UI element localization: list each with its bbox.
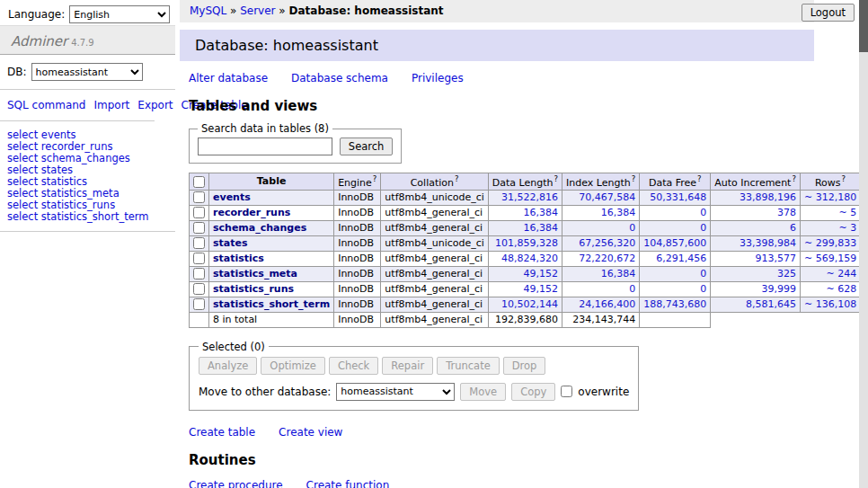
select-link-recorder-runs[interactable]: select [7,140,38,153]
select-link-statistics-runs[interactable]: select [7,199,38,211]
move-button[interactable]: Move [460,383,506,401]
create-view-link[interactable]: Create view [279,426,342,439]
sidebar-table-link-schema-changes[interactable]: schema_changes [41,152,130,164]
data-length-link[interactable]: 49,152 [524,268,559,279]
index-length-link[interactable]: 16,384 [601,207,636,218]
index-length-link[interactable]: 72,220,672 [579,253,635,264]
sidebar-table-link-statistics-runs[interactable]: statistics_runs [41,199,115,211]
auto-increment-link[interactable]: 33,898,196 [740,191,796,203]
rows-link[interactable]: ~ 628 [826,283,856,295]
data-length-link[interactable]: 16,384 [524,222,559,234]
rows-link[interactable]: ~ 569,159 [804,253,856,264]
search-input[interactable] [198,138,332,155]
index-length-link[interactable]: 24,166,400 [579,298,635,310]
sidebar-table-link-statistics-short-term[interactable]: statistics_short_term [41,210,149,223]
auto-increment-link[interactable]: 913,577 [755,253,796,264]
select-link-schema-changes[interactable]: select [7,152,38,164]
data-length-link[interactable]: 49,152 [524,283,559,295]
create-procedure-link[interactable]: Create procedure [189,479,283,488]
scrollbar-thumb[interactable] [859,0,868,52]
table-name-link-states[interactable]: states [213,237,248,249]
select-link-statistics-meta[interactable]: select [7,187,38,200]
repair-button[interactable]: Repair [382,357,433,375]
table-name-link-statistics[interactable]: statistics [213,253,264,264]
sidebar-table-link-states[interactable]: states [41,164,73,176]
sidebar-link-export[interactable]: Export [137,99,173,111]
index-length-link[interactable]: 0 [629,283,635,295]
auto-increment-link[interactable]: 325 [777,268,796,279]
auto-increment-link[interactable]: 6 [790,222,796,234]
scrollbar[interactable] [859,0,868,488]
row-checkbox-statistics-short-term[interactable] [193,298,205,310]
data-free-link[interactable]: 0 [700,222,706,234]
index-length-link[interactable]: 67,256,320 [579,237,635,249]
auto-increment-link[interactable]: 378 [777,207,796,218]
rows-link[interactable]: ~ 244 [826,268,856,279]
index-length-link[interactable]: 16,384 [601,268,636,279]
rows-link[interactable]: ~ 312,180 [804,191,856,203]
create-table-link[interactable]: Create table [189,426,255,439]
drop-button[interactable]: Drop [503,357,546,375]
table-name-link-statistics-runs[interactable]: statistics_runs [213,283,294,295]
breadcrumb-link-server[interactable]: Server [240,4,275,17]
sidebar-table-link-statistics[interactable]: statistics [41,175,87,188]
privileges-link[interactable]: Privileges [412,72,464,84]
data-length-link[interactable]: 16,384 [524,207,559,218]
rows-link[interactable]: ~ 299,833 [804,237,856,249]
select-link-events[interactable]: select [7,129,38,141]
rows-link[interactable]: ~ 3 [838,222,856,234]
search-button[interactable]: Search [340,138,394,155]
alter-database-link[interactable]: Alter database [189,72,268,84]
data-free-link[interactable]: 50,331,648 [650,191,706,203]
analyze-button[interactable]: Analyze [199,357,257,375]
sidebar-table-link-events[interactable]: events [41,129,76,141]
table-name-link-statistics-short-term[interactable]: statistics_short_term [213,298,330,310]
select-all-checkbox[interactable] [193,176,205,188]
language-select[interactable]: English [69,5,170,23]
index-length-link[interactable]: 70,467,584 [579,191,635,203]
row-checkbox-statistics[interactable] [193,253,205,264]
data-free-link[interactable]: 188,743,680 [643,298,706,310]
copy-button[interactable]: Copy [511,383,555,401]
row-checkbox-states[interactable] [193,237,205,249]
index-length-link[interactable]: 0 [629,222,635,234]
sidebar-link-import[interactable]: Import [93,99,129,111]
data-free-link[interactable]: 6,291,456 [656,253,706,264]
table-name-link-events[interactable]: events [213,191,251,203]
rows-link[interactable]: ~ 5 [838,207,856,218]
table-name-link-statistics-meta[interactable]: statistics_meta [213,268,297,279]
auto-increment-link[interactable]: 39,999 [761,283,796,295]
database-schema-link[interactable]: Database schema [291,72,388,84]
row-checkbox-statistics-meta[interactable] [193,268,205,279]
row-checkbox-statistics-runs[interactable] [193,283,205,295]
data-free-link[interactable]: 0 [700,207,706,218]
data-length-link[interactable]: 101,859,328 [495,237,558,249]
auto-increment-link[interactable]: 8,581,645 [746,298,796,310]
data-length-link[interactable]: 10,502,144 [501,298,558,310]
truncate-button[interactable]: Truncate [437,357,500,375]
data-free-link[interactable]: 0 [700,283,706,295]
sidebar-link-sql-command[interactable]: SQL command [7,99,85,111]
create-function-link[interactable]: Create function [306,479,390,488]
row-checkbox-events[interactable] [193,191,205,203]
sidebar-table-link-recorder-runs[interactable]: recorder_runs [41,140,113,153]
move-db-select[interactable]: homeassistant [336,383,455,401]
data-length-link[interactable]: 48,824,320 [501,253,558,264]
data-free-link[interactable]: 104,857,600 [643,237,706,249]
data-length-link[interactable]: 31,522,816 [501,191,558,203]
select-link-statistics[interactable]: select [7,175,38,188]
row-checkbox-recorder-runs[interactable] [193,207,205,218]
breadcrumb-link-mysql[interactable]: MySQL [190,4,226,17]
check-button[interactable]: Check [329,357,378,375]
rows-link[interactable]: ~ 136,108 [804,298,856,310]
table-name-link-schema-changes[interactable]: schema_changes [213,222,306,234]
auto-increment-link[interactable]: 33,398,984 [740,237,796,249]
sidebar-table-link-statistics-meta[interactable]: statistics_meta [41,187,120,200]
db-select[interactable]: homeassistant [31,63,143,81]
table-name-link-recorder-runs[interactable]: recorder_runs [213,207,290,218]
logout-button[interactable]: Logout [802,4,855,22]
row-checkbox-schema-changes[interactable] [193,222,205,234]
select-link-states[interactable]: select [7,164,38,176]
select-link-statistics-short-term[interactable]: select [7,210,38,223]
optimize-button[interactable]: Optimize [261,357,325,375]
